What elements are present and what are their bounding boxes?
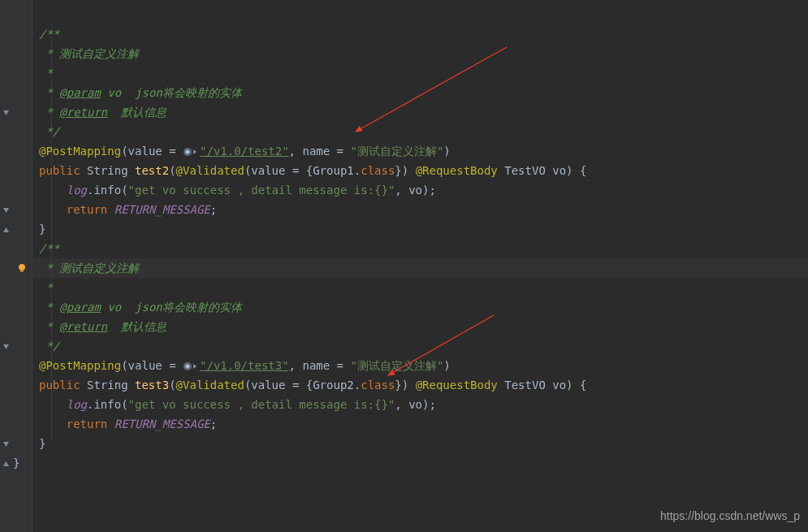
method-name: test2 <box>135 164 169 177</box>
closing-brace: } <box>39 223 45 236</box>
svg-point-5 <box>186 365 190 369</box>
intention-bulb-icon[interactable] <box>16 260 28 271</box>
return-line: return RETURN_MESSAGE; <box>39 417 217 430</box>
javadoc-line: * 测试自定义注解 <box>39 262 139 275</box>
fold-marker-icon[interactable] <box>2 110 10 117</box>
svg-point-0 <box>19 264 25 270</box>
javadoc-line: */ <box>39 125 59 138</box>
javadoc-line: * 测试自定义注解 <box>39 47 139 60</box>
mapping-name: "测试自定义注解" <box>350 145 443 158</box>
mapping-url[interactable]: "/v1.0/test3" <box>200 359 289 372</box>
method-signature: public String test3(@Validated(value = {… <box>39 378 586 391</box>
javadoc-param-tag: @param <box>59 301 101 314</box>
return-line: return RETURN_MESSAGE; <box>39 203 217 216</box>
javadoc-return-tag: @return <box>59 320 107 333</box>
javadoc-line: * @return 默认信息 <box>39 320 166 333</box>
postmapping-annotation: @PostMapping <box>39 145 121 158</box>
javadoc-return-tag: @return <box>59 106 107 119</box>
fold-marker-icon[interactable] <box>2 207 10 214</box>
code-editor-content[interactable]: /** * 测试自定义注解 * * @param vo json将会映射的实体 … <box>39 5 586 473</box>
annotation-line: @PostMapping(value = "/v1.0/test2", name… <box>39 145 451 158</box>
mapping-name: "测试自定义注解" <box>350 359 443 372</box>
fold-marker-icon[interactable] <box>2 461 10 468</box>
browser-open-icon[interactable] <box>183 361 197 371</box>
javadoc-line: * @param vo json将会映射的实体 <box>39 86 242 99</box>
javadoc-param-tag: @param <box>59 86 101 99</box>
javadoc-line: * @return 默认信息 <box>39 106 166 119</box>
javadoc-line: * @param vo json将会映射的实体 <box>39 301 242 314</box>
mapping-url[interactable]: "/v1.0/test2" <box>200 145 289 158</box>
fold-marker-icon[interactable] <box>2 227 10 234</box>
method-signature: public String test2(@Validated(value = {… <box>39 164 586 177</box>
javadoc-line: /** <box>39 28 59 41</box>
closing-brace: } <box>39 437 45 450</box>
postmapping-annotation: @PostMapping <box>39 359 121 372</box>
javadoc-line: /** <box>39 242 59 255</box>
watermark-text: https://blog.csdn.net/wws_p <box>660 506 800 526</box>
method-name: test3 <box>135 378 169 391</box>
log-line: log.info("get vo success , detail messag… <box>39 184 436 197</box>
class-closing-brace: } <box>13 453 19 473</box>
fold-marker-icon[interactable] <box>2 441 10 448</box>
javadoc-line: * <box>39 67 53 80</box>
javadoc-line: */ <box>39 340 59 353</box>
log-line: log.info("get vo success , detail messag… <box>39 398 436 411</box>
javadoc-line: * <box>39 281 53 294</box>
svg-rect-1 <box>20 270 24 272</box>
svg-point-3 <box>186 150 190 154</box>
annotation-line: @PostMapping(value = "/v1.0/test3", name… <box>39 359 451 372</box>
browser-open-icon[interactable] <box>183 147 197 157</box>
fold-marker-icon[interactable] <box>2 344 10 351</box>
